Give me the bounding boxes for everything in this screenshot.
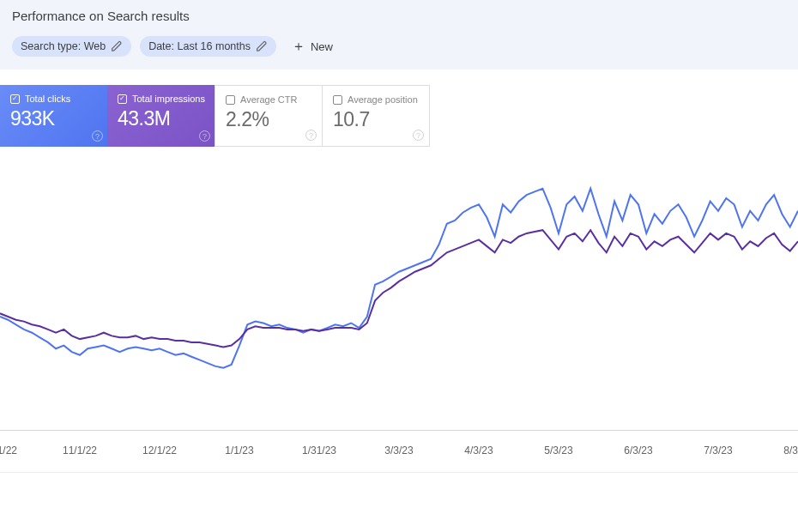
metric-card-total-clicks[interactable]: ✓ Total clicks 933K ?	[0, 85, 108, 147]
x-tick: 5/3/23	[544, 444, 572, 456]
metric-value: 43.3M	[118, 107, 205, 130]
x-tick: 1/31/23	[302, 444, 336, 456]
x-tick: 10/1/22	[0, 444, 17, 456]
filter-chip-search-type[interactable]: Search type: Web	[12, 36, 131, 57]
x-tick: 12/1/22	[142, 444, 177, 456]
checkbox-icon	[333, 95, 342, 105]
help-icon[interactable]: ?	[305, 130, 317, 141]
add-filter-button[interactable]: ＋ New	[285, 35, 340, 57]
pencil-icon	[256, 40, 268, 52]
metric-label: Total impressions	[132, 94, 205, 104]
chart-series-total-clicks	[0, 189, 798, 368]
pencil-icon	[111, 40, 123, 52]
checkbox-icon: ✓	[118, 94, 127, 104]
help-icon[interactable]: ?	[92, 130, 103, 142]
x-tick: 7/3/23	[704, 444, 732, 456]
metric-label: Average CTR	[240, 94, 297, 105]
metric-cards-row: ✓ Total clicks 933K ? ✓ Total impression…	[0, 85, 798, 147]
help-icon[interactable]: ?	[199, 130, 210, 142]
metric-label: Average position	[348, 94, 418, 105]
x-tick: 3/3/23	[384, 444, 413, 456]
metric-card-average-position[interactable]: Average position 10.7 ?	[322, 85, 430, 147]
new-label: New	[311, 40, 333, 53]
metric-label: Total clicks	[25, 94, 70, 104]
metric-card-total-impressions[interactable]: ✓ Total impressions 43.3M ?	[107, 85, 215, 147]
x-tick: 8/3/23	[783, 444, 798, 456]
filter-chip-date-range[interactable]: Date: Last 16 months	[140, 36, 276, 57]
help-icon[interactable]: ?	[413, 130, 424, 141]
page-title: Performance on Search results	[12, 9, 786, 23]
chart-svg	[0, 147, 798, 430]
metric-value: 2.2%	[226, 108, 311, 131]
checkbox-icon: ✓	[10, 94, 20, 104]
chip-label: Search type: Web	[21, 40, 106, 52]
chart-series-total-impressions	[0, 230, 798, 347]
metric-card-average-ctr[interactable]: Average CTR 2.2% ?	[215, 85, 323, 147]
chip-label: Date: Last 16 months	[148, 40, 251, 52]
x-tick: 1/1/23	[225, 444, 253, 456]
x-tick: 4/3/23	[464, 444, 493, 456]
metric-value: 10.7	[333, 108, 419, 131]
x-axis: 10/1/2211/1/2212/1/221/1/231/31/233/3/23…	[0, 430, 798, 473]
checkbox-icon	[226, 95, 235, 105]
x-tick: 6/3/23	[624, 444, 652, 456]
metric-value: 933K	[10, 107, 98, 130]
performance-chart[interactable]: 10/1/2211/1/2212/1/221/1/231/31/233/3/23…	[0, 147, 798, 481]
filter-bar: Search type: Web Date: Last 16 months ＋ …	[12, 35, 786, 57]
plus-icon: ＋	[292, 39, 305, 53]
x-tick: 11/1/22	[63, 444, 97, 456]
